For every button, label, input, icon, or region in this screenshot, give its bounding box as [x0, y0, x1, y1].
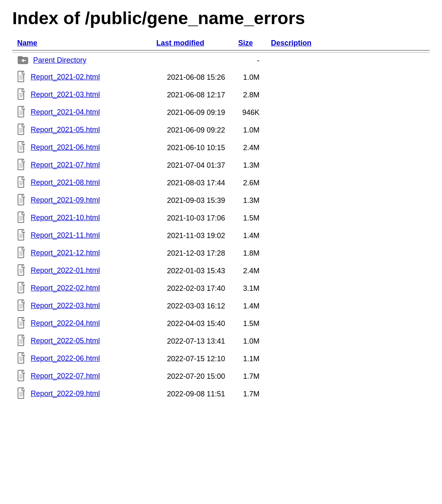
file-date: 2021-06-09 09:22 — [151, 122, 233, 139]
col-header-size[interactable]: Size — [233, 36, 266, 50]
document-icon — [17, 317, 26, 328]
file-icon — [17, 264, 26, 278]
document-icon — [17, 387, 26, 399]
table-row: Report_2021-07.html 2021-07-04 01:37 1.3… — [12, 157, 430, 174]
file-link[interactable]: Report_2021-11.html — [31, 231, 100, 239]
parent-directory-row: Parent Directory - — [12, 53, 430, 69]
file-desc — [266, 157, 430, 174]
file-desc — [266, 139, 430, 157]
file-date: 2022-01-03 15:43 — [151, 262, 233, 280]
file-desc — [266, 333, 430, 350]
file-icon — [17, 299, 26, 313]
file-link[interactable]: Report_2021-10.html — [31, 214, 100, 222]
file-name-cell: Report_2022-02.html — [12, 280, 151, 297]
file-size: 1.4M — [233, 297, 266, 315]
file-size: 946K — [233, 104, 266, 122]
file-size: 1.7M — [233, 385, 266, 403]
svg-rect-1 — [18, 56, 22, 58]
file-link[interactable]: Report_2022-05.html — [31, 337, 100, 345]
file-name-cell: Report_2021-03.html — [12, 86, 151, 104]
table-row: Report_2021-08.html 2021-08-03 17:44 2.6… — [12, 174, 430, 192]
file-link[interactable]: Report_2022-07.html — [31, 372, 100, 380]
table-row: Report_2021-04.html 2021-06-09 09:19 946… — [12, 104, 430, 122]
file-desc — [266, 368, 430, 385]
file-link[interactable]: Report_2022-03.html — [31, 302, 100, 310]
file-link[interactable]: Report_2021-02.html — [31, 73, 100, 81]
file-size: 1.7M — [233, 368, 266, 385]
file-size: 1.8M — [233, 245, 266, 262]
parent-directory-size: - — [233, 53, 266, 69]
col-header-description[interactable]: Description — [266, 36, 430, 50]
file-link[interactable]: Report_2021-08.html — [31, 178, 100, 187]
parent-directory-date — [151, 53, 233, 69]
table-row: Report_2021-12.html 2021-12-03 17:28 1.8… — [12, 245, 430, 262]
file-size: 1.0M — [233, 69, 266, 86]
file-desc — [266, 174, 430, 192]
document-icon — [17, 352, 26, 364]
file-link[interactable]: Report_2021-07.html — [31, 161, 100, 169]
file-date: 2021-10-03 17:06 — [151, 209, 233, 227]
file-date: 2022-04-03 15:40 — [151, 315, 233, 333]
file-size: 1.5M — [233, 315, 266, 333]
file-size: 1.4M — [233, 227, 266, 245]
file-link[interactable]: Report_2021-09.html — [31, 196, 100, 204]
file-size: 1.0M — [233, 122, 266, 139]
file-desc — [266, 122, 430, 139]
file-link[interactable]: Report_2022-09.html — [31, 389, 100, 398]
document-icon — [17, 264, 26, 276]
file-link[interactable]: Report_2022-02.html — [31, 284, 100, 292]
file-icon — [17, 88, 26, 102]
document-icon — [17, 141, 26, 153]
table-row: Report_2022-07.html 2022-07-20 15:00 1.7… — [12, 368, 430, 385]
file-link[interactable]: Report_2021-04.html — [31, 108, 100, 116]
document-icon — [17, 159, 26, 170]
file-name-cell: Report_2022-06.html — [12, 350, 151, 368]
table-row: Report_2022-01.html 2022-01-03 15:43 2.4… — [12, 262, 430, 280]
table-row: Report_2021-06.html 2021-06-10 10:15 2.4… — [12, 139, 430, 157]
file-name-cell: Report_2022-04.html — [12, 315, 151, 333]
file-link[interactable]: Report_2022-04.html — [31, 319, 100, 327]
file-desc — [266, 385, 430, 403]
parent-directory-link[interactable]: Parent Directory — [33, 56, 86, 64]
file-desc — [266, 280, 430, 297]
file-icon — [17, 212, 26, 225]
file-icon — [17, 176, 26, 190]
document-icon — [17, 71, 26, 82]
file-link[interactable]: Report_2021-12.html — [31, 249, 100, 257]
document-icon — [17, 282, 26, 293]
document-icon — [17, 176, 26, 188]
file-size: 1.3M — [233, 192, 266, 209]
file-link[interactable]: Report_2021-03.html — [31, 90, 100, 99]
file-link[interactable]: Report_2022-06.html — [31, 354, 100, 362]
table-row: Report_2022-09.html 2022-09-08 11:51 1.7… — [12, 385, 430, 403]
file-desc — [266, 227, 430, 245]
document-icon — [17, 247, 26, 258]
table-row: Report_2021-10.html 2021-10-03 17:06 1.5… — [12, 209, 430, 227]
col-header-last-modified[interactable]: Last modified — [151, 36, 233, 50]
file-name-cell: Report_2021-10.html — [12, 209, 151, 227]
file-icon — [17, 159, 26, 172]
table-row: Report_2021-09.html 2021-09-03 15:39 1.3… — [12, 192, 430, 209]
file-icon — [17, 124, 26, 137]
file-size: 2.8M — [233, 86, 266, 104]
file-name-cell: Report_2022-01.html — [12, 262, 151, 280]
file-link[interactable]: Report_2021-05.html — [31, 126, 100, 134]
document-icon — [17, 212, 26, 223]
file-link[interactable]: Report_2021-06.html — [31, 143, 100, 151]
file-desc — [266, 86, 430, 104]
file-link[interactable]: Report_2022-01.html — [31, 266, 100, 274]
file-desc — [266, 104, 430, 122]
file-size: 1.0M — [233, 333, 266, 350]
document-icon — [17, 229, 26, 241]
file-size: 1.1M — [233, 350, 266, 368]
file-desc — [266, 245, 430, 262]
table-row: Report_2021-11.html 2021-11-03 19:02 1.4… — [12, 227, 430, 245]
file-date: 2021-06-09 09:19 — [151, 104, 233, 122]
table-row: Report_2022-03.html 2022-03-03 16:12 1.4… — [12, 297, 430, 315]
table-row: Report_2022-02.html 2022-02-03 17:40 3.1… — [12, 280, 430, 297]
file-date: 2021-07-04 01:37 — [151, 157, 233, 174]
table-row: Report_2021-02.html 2021-06-08 15:26 1.0… — [12, 69, 430, 86]
file-name-cell: Report_2021-12.html — [12, 245, 151, 262]
col-header-name[interactable]: Name — [12, 36, 151, 50]
document-icon — [17, 335, 26, 346]
